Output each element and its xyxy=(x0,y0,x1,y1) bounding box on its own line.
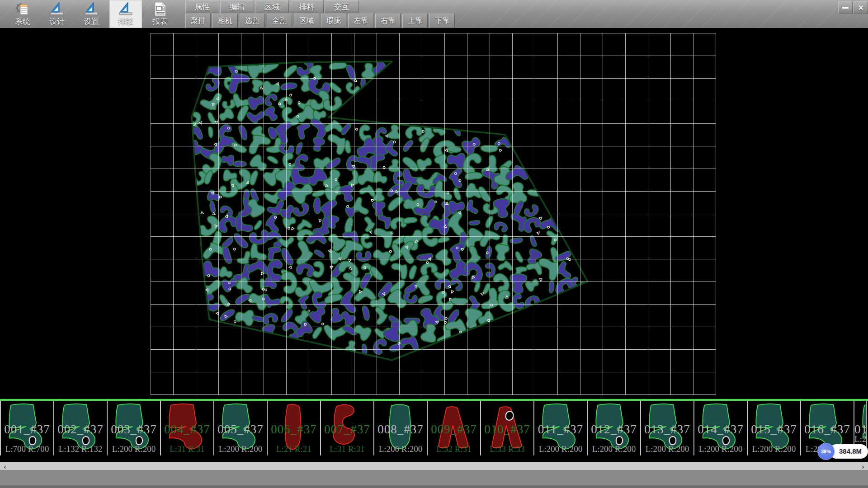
footer-edge xyxy=(0,485,868,488)
tool-button-2[interactable]: 选割 xyxy=(240,14,265,28)
tool-button-9[interactable]: 下靠 xyxy=(429,14,455,28)
close-icon: × xyxy=(858,3,863,13)
piece-id-label: 011_#37 xyxy=(534,422,587,436)
piece-lr-label: L:200 R:200 xyxy=(534,444,587,454)
piece-lr-label: L:32 R:31 xyxy=(428,444,480,454)
piece-id-label: 009_#37 xyxy=(428,422,480,436)
tool-button-8[interactable]: 上靠 xyxy=(402,14,428,28)
main-button-4[interactable]: 报表 xyxy=(144,0,176,28)
recorder-badge[interactable]: 384.8M 38% xyxy=(817,443,867,461)
memory-pill: 384.8M xyxy=(829,444,868,459)
piece-id-label: 005_#37 xyxy=(214,422,267,436)
close-button[interactable]: × xyxy=(854,1,868,14)
main-button-label: 排版 xyxy=(118,17,133,26)
tool-button-5[interactable]: 瑕疵 xyxy=(321,14,346,28)
piece-thumbnail-015_#37[interactable]: 015_#37L:200 R:200 xyxy=(748,401,801,455)
piece-id-label: 006_#37 xyxy=(268,422,320,436)
piece-thumbnail-011_#37[interactable]: 011_#37L:200 R:200 xyxy=(534,401,588,455)
piece-lr-label: L:21 R:21 xyxy=(268,444,320,454)
piece-lr-label: L:200 R:200 xyxy=(588,444,640,454)
piece-id-label: 001_#37 xyxy=(1,422,53,436)
report-icon xyxy=(152,1,168,17)
main-button-0[interactable]: 系统 xyxy=(6,0,39,28)
piece-thumbnail-strip: 001_#37L:700 R:700 002_#37L:132 R:132 00… xyxy=(0,401,868,455)
nesting-app-window: 系统 设计 设置 排版 报表 属性编辑区域排料交互 聚排相机选割全割区域瑕疵左靠… xyxy=(0,0,868,488)
piece-thumbnail-004_#37[interactable]: 004_#37L:31 R:31 xyxy=(161,401,214,455)
piece-lr-label: L:200 R:200 xyxy=(214,444,267,454)
piece-thumbnail-007_#37[interactable]: 007_#37L:31 R:31 xyxy=(321,401,374,455)
menu-button-0[interactable]: 属性 xyxy=(185,0,219,13)
main-button-2[interactable]: 设置 xyxy=(75,0,108,28)
piece-thumbnail-013_#37[interactable]: 013_#37L:200 R:200 xyxy=(641,401,694,455)
piece-id-label: 002_#37 xyxy=(54,422,107,436)
scroll-left-arrow[interactable]: ‹ xyxy=(0,462,10,470)
piece-lr-label: L:200 R:200 xyxy=(748,444,800,454)
menu-button-3[interactable]: 排料 xyxy=(290,0,324,13)
piece-thumbnail-012_#37[interactable]: 012_#37L:200 R:200 xyxy=(588,401,641,455)
piece-thumbnail-008_#37[interactable]: 008_#37L:200 R:200 xyxy=(374,401,428,455)
gear-form-icon xyxy=(15,1,30,17)
piece-id-label: 014_#37 xyxy=(694,422,747,436)
piece-thumbnail-006_#37[interactable]: 006_#37L:21 R:21 xyxy=(268,401,321,455)
tool-bar: 聚排相机选割全割区域瑕疵左靠右靠上靠下靠 xyxy=(185,14,457,28)
tool-button-3[interactable]: 全割 xyxy=(267,14,292,28)
piece-lr-label: L:700 R:700 xyxy=(1,444,53,454)
piece-id-label: 003_#37 xyxy=(108,422,160,436)
status-footer xyxy=(0,470,868,485)
piece-lr-label: L:200 R:200 xyxy=(374,444,427,454)
main-button-label: 报表 xyxy=(152,17,168,26)
percent-circle: 38% xyxy=(817,443,835,460)
menu-button-1[interactable]: 编辑 xyxy=(220,0,254,13)
piece-thumbnail-014_#37[interactable]: 014_#37L:200 R:200 xyxy=(694,401,748,455)
piece-lr-label: L:200 R:200 xyxy=(641,444,693,454)
piece-thumbnail-005_#37[interactable]: 005_#37L:200 R:200 xyxy=(214,401,268,455)
tool-button-1[interactable]: 相机 xyxy=(212,14,238,28)
piece-id-label: 015_#37 xyxy=(748,422,800,436)
main-button-label: 系统 xyxy=(15,17,30,26)
piece-lr-label: L:200 R:200 xyxy=(108,444,160,454)
piece-lr-label: L:33 R:33 xyxy=(481,444,533,454)
minimize-icon xyxy=(842,7,849,9)
piece-thumbnail-010_#37[interactable]: 010_#37L:33 R:33 xyxy=(481,401,534,455)
minimize-button[interactable] xyxy=(838,1,853,14)
piece-thumbnail-001_#37[interactable]: 001_#37L:700 R:700 xyxy=(1,401,54,455)
ruler-icon xyxy=(49,1,65,17)
main-button-label: 设置 xyxy=(84,17,99,26)
menu-button-4[interactable]: 交互 xyxy=(325,0,359,13)
nesting-canvas[interactable] xyxy=(0,28,868,399)
piece-id-label: 004_#37 xyxy=(161,422,213,436)
tool-button-6[interactable]: 左靠 xyxy=(348,14,373,28)
tool-button-4[interactable]: 区域 xyxy=(294,14,319,28)
piece-id-label: 016_#37 xyxy=(801,422,854,436)
main-button-1[interactable]: 设计 xyxy=(41,0,73,28)
horizontal-scrollbar[interactable]: ‹ › xyxy=(0,462,868,470)
piece-id-label: 012_#37 xyxy=(588,422,640,436)
piece-lr-label: L:200 R:200 xyxy=(694,444,747,454)
piece-id-label: 007_#37 xyxy=(321,422,373,436)
menu-bar: 属性编辑区域排料交互 xyxy=(185,0,359,13)
ruler-icon xyxy=(118,1,133,17)
piece-id-label: 008_#37 xyxy=(374,422,427,436)
main-button-label: 设计 xyxy=(49,17,65,26)
piece-lr-label: L:31 R:31 xyxy=(161,444,213,454)
piece-lr-label: L:132 R:132 xyxy=(54,444,107,454)
piece-thumbnail-002_#37[interactable]: 002_#37L:132 R:132 xyxy=(54,401,108,455)
scroll-right-arrow[interactable]: › xyxy=(858,462,868,470)
tool-button-0[interactable]: 聚排 xyxy=(185,14,211,28)
piece-thumbnail-003_#37[interactable]: 003_#37L:200 R:200 xyxy=(108,401,161,455)
menu-button-2[interactable]: 区域 xyxy=(255,0,289,13)
piece-id-label: 010_#37 xyxy=(481,422,533,436)
piece-thumbnail-009_#37[interactable]: 009_#37L:32 R:31 xyxy=(428,401,481,455)
tool-button-7[interactable]: 右靠 xyxy=(375,14,401,28)
piece-lr-label: L:31 R:31 xyxy=(321,444,373,454)
ruler-icon xyxy=(84,1,99,17)
main-toolbar: 系统 设计 设置 排版 报表 属性编辑区域排料交互 聚排相机选割全割区域瑕疵左靠… xyxy=(0,0,868,28)
piece-id-label: 013_#37 xyxy=(641,422,693,436)
main-button-3[interactable]: 排版 xyxy=(109,0,142,28)
